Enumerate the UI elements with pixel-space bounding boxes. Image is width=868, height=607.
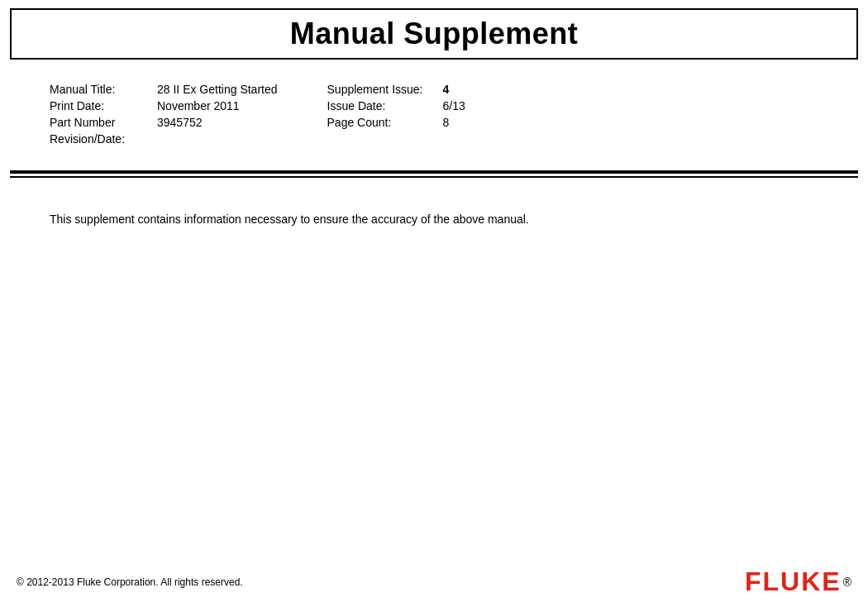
part-number-value: 3945752 — [157, 116, 278, 129]
fluke-registered-symbol: ® — [843, 576, 851, 589]
page-title: Manual Supplement — [290, 17, 579, 50]
divider-section — [10, 170, 858, 178]
page-count-label: Page Count: — [327, 116, 443, 129]
revision-label: Revision/Date: — [50, 132, 157, 146]
copyright-text: © 2012-2013 Fluke Corporation. All right… — [17, 576, 243, 588]
supplement-issue-label: Supplement Issue: — [327, 83, 443, 96]
issue-date-value: 6/13 — [443, 99, 465, 112]
divider-thick — [10, 170, 858, 174]
body-content: This supplement contains information nec… — [0, 186, 868, 245]
divider-thin — [10, 176, 858, 178]
manual-title-value: 28 II Ex Getting Started — [157, 83, 278, 96]
part-number-label: Part Number — [50, 116, 157, 129]
info-section: Manual Title: 28 II Ex Getting Started P… — [0, 60, 868, 162]
info-right: Supplement Issue: 4 Issue Date: 6/13 Pag… — [327, 83, 465, 146]
manual-title-label: Manual Title: — [50, 83, 157, 96]
page-count-value: 8 — [443, 116, 465, 129]
print-date-label: Print Date: — [50, 99, 157, 112]
issue-date-label: Issue Date: — [327, 99, 443, 112]
supplement-issue-value: 4 — [443, 83, 465, 96]
fluke-logo-text: FLUKE — [745, 566, 842, 597]
page-header: Manual Supplement — [10, 8, 858, 60]
body-text: This supplement contains information nec… — [50, 211, 612, 228]
fluke-logo: FLUKE® — [745, 566, 851, 597]
footer: © 2012-2013 Fluke Corporation. All right… — [0, 566, 868, 597]
print-date-value: November 2011 — [157, 99, 278, 112]
revision-value — [157, 132, 278, 146]
info-left: Manual Title: 28 II Ex Getting Started P… — [50, 83, 278, 146]
